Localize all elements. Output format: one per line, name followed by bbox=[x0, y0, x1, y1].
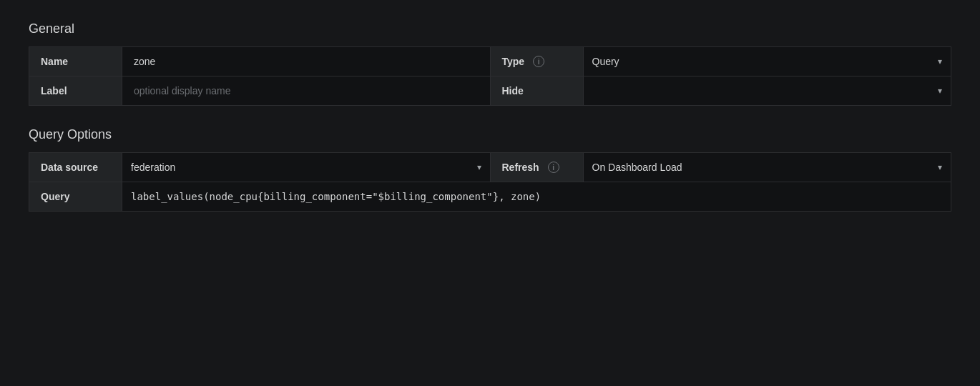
label-hide-row: Label Hide ▾ bbox=[29, 76, 951, 106]
type-select[interactable]: Query ▾ bbox=[584, 47, 951, 76]
type-chevron-icon: ▾ bbox=[938, 56, 942, 66]
type-label-text: Type bbox=[502, 56, 525, 67]
label-group: Label bbox=[29, 76, 490, 105]
general-form: Name Type i Query ▾ Label bbox=[29, 46, 951, 106]
label-label: Label bbox=[29, 76, 122, 105]
general-title: General bbox=[29, 21, 951, 36]
type-info-icon[interactable]: i bbox=[533, 56, 544, 67]
refresh-label-cell: Refresh i bbox=[491, 153, 584, 182]
name-input[interactable] bbox=[131, 54, 481, 69]
hide-select[interactable]: ▾ bbox=[584, 76, 951, 105]
type-select-value: Query bbox=[592, 56, 619, 67]
query-label: Query bbox=[29, 182, 122, 211]
datasource-label: Data source bbox=[29, 153, 122, 182]
datasource-chevron-icon: ▾ bbox=[477, 162, 481, 172]
query-row: Query label_values(node_cpu{billing_comp… bbox=[29, 182, 951, 212]
query-options-section: Query Options Data source federation ▾ R… bbox=[29, 127, 951, 212]
datasource-select[interactable]: federation ▾ bbox=[122, 153, 490, 182]
refresh-info-icon[interactable]: i bbox=[548, 162, 559, 173]
name-input-cell[interactable] bbox=[122, 47, 490, 76]
refresh-chevron-icon: ▾ bbox=[938, 162, 942, 172]
name-type-row: Name Type i Query ▾ bbox=[29, 47, 951, 76]
query-input-cell[interactable]: label_values(node_cpu{billing_component=… bbox=[122, 182, 951, 211]
datasource-select-value: federation bbox=[131, 162, 175, 173]
datasource-refresh-row: Data source federation ▾ Refresh i On Da… bbox=[29, 153, 951, 182]
query-options-form: Data source federation ▾ Refresh i On Da… bbox=[29, 152, 951, 212]
query-group: Query label_values(node_cpu{billing_comp… bbox=[29, 182, 951, 211]
general-section: General Name Type i Query ▾ bbox=[29, 21, 951, 106]
refresh-select[interactable]: On Dashboard Load ▾ bbox=[584, 153, 951, 182]
name-label: Name bbox=[29, 47, 122, 76]
hide-group: Hide ▾ bbox=[490, 76, 951, 105]
refresh-label-text: Refresh bbox=[502, 162, 539, 173]
name-group: Name bbox=[29, 47, 490, 76]
datasource-group: Data source federation ▾ bbox=[29, 153, 490, 182]
label-input-cell[interactable] bbox=[122, 76, 490, 105]
type-label-cell: Type i bbox=[491, 47, 584, 76]
label-input[interactable] bbox=[131, 84, 481, 98]
query-value-text: label_values(node_cpu{billing_component=… bbox=[131, 191, 541, 202]
hide-chevron-icon: ▾ bbox=[938, 86, 942, 96]
refresh-select-value: On Dashboard Load bbox=[592, 162, 682, 173]
hide-label: Hide bbox=[491, 76, 584, 105]
type-group: Type i Query ▾ bbox=[490, 47, 951, 76]
refresh-group: Refresh i On Dashboard Load ▾ bbox=[490, 153, 951, 182]
query-options-title: Query Options bbox=[29, 127, 951, 142]
